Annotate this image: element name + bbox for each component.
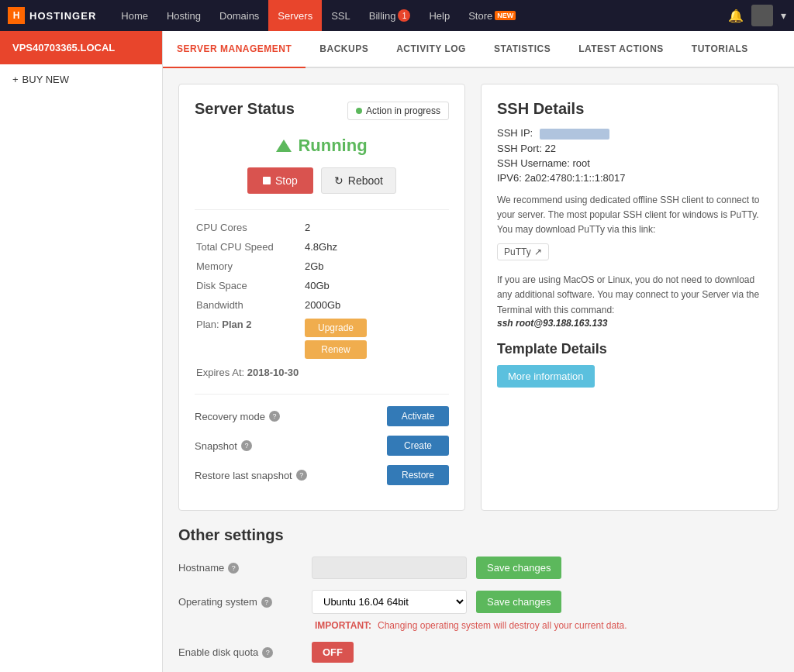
spec-label: Plan: Plan 2 (195, 315, 303, 363)
action-progress-text: Action in progress (366, 105, 440, 116)
tab-backups[interactable]: BACKUPS (306, 31, 382, 68)
snapshot-help-icon[interactable]: ? (241, 440, 252, 451)
ssh-ip-row: SSH IP: (497, 127, 762, 140)
nav-help[interactable]: Help (419, 0, 459, 31)
panel-header: Server Status Action in progress (195, 100, 449, 120)
nav-ssl[interactable]: SSL (322, 0, 360, 31)
spec-label: Bandwidth (195, 295, 303, 315)
stop-label: Stop (275, 174, 298, 187)
restore-text: Restore last snapshot (195, 470, 292, 481)
nav-items: Home Hosting Domains Servers SSL Billing… (112, 0, 728, 31)
tab-server-management[interactable]: SERVER MANAGEMENT (163, 31, 306, 68)
recovery-mode-text: Recovery mode (195, 411, 265, 422)
spec-expires: Expires At: 2018-10-30 (195, 363, 449, 382)
renew-button[interactable]: Renew (305, 340, 367, 359)
hostname-help-icon[interactable]: ? (228, 563, 239, 574)
tabs: SERVER MANAGEMENT BACKUPS ACTIVITY LOG S… (163, 31, 794, 68)
buy-new-label: BUY NEW (22, 74, 69, 85)
disk-quota-help-icon[interactable]: ? (262, 647, 273, 658)
spec-label: Memory (195, 257, 303, 276)
plan-buttons: Upgrade Renew (303, 315, 449, 363)
logo[interactable]: H HOSTINGER (8, 7, 96, 24)
restore-help-icon[interactable]: ? (296, 470, 307, 481)
nav-home[interactable]: Home (112, 0, 157, 31)
ssh-port: SSH Port: 22 (497, 143, 762, 154)
nav-right: 🔔 ▾ (728, 5, 786, 26)
nav-domains[interactable]: Domains (210, 0, 268, 31)
upgrade-button[interactable]: Upgrade (305, 319, 367, 337)
recovery-mode-row: Recovery mode ? Activate (195, 406, 449, 426)
stop-button[interactable]: Stop (247, 167, 313, 194)
other-settings: Other settings Hostname ? Save changes O… (163, 526, 794, 672)
disk-quota-text: Enable disk quota (178, 646, 258, 658)
recovery-mode-help-icon[interactable]: ? (269, 411, 280, 422)
top-nav: H HOSTINGER Home Hosting Domains Servers… (0, 0, 794, 31)
hostname-save-button[interactable]: Save changes (476, 557, 561, 579)
os-warning-bold: IMPORTANT: (315, 620, 371, 631)
reboot-button[interactable]: ↻ Reboot (321, 167, 396, 194)
activate-button[interactable]: Activate (387, 406, 449, 426)
create-button[interactable]: Create (387, 436, 449, 456)
ssh-ip-value (540, 129, 609, 140)
more-info-button[interactable]: More information (497, 365, 595, 388)
spec-label: Total CPU Speed (195, 237, 303, 257)
hostname-row: Hostname ? Save changes (178, 557, 778, 579)
main-content: SERVER MANAGEMENT BACKUPS ACTIVITY LOG S… (163, 31, 794, 672)
putty-link[interactable]: PuTTy ↗ (497, 243, 549, 260)
spec-value: 4.8Ghz (303, 237, 449, 257)
reboot-label: Reboot (348, 174, 383, 187)
spec-value: 2Gb (303, 257, 449, 276)
restore-button[interactable]: Restore (387, 465, 449, 485)
sidebar-buy-new[interactable]: + BUY NEW (0, 64, 162, 95)
bell-icon[interactable]: 🔔 (728, 9, 744, 23)
spec-value (303, 363, 449, 382)
os-help-icon[interactable]: ? (261, 597, 272, 608)
spec-plan: Plan: Plan 2 Upgrade Renew (195, 315, 449, 363)
tab-statistics[interactable]: STATISTICS (480, 31, 564, 68)
external-link-icon: ↗ (534, 246, 542, 257)
reboot-icon: ↻ (334, 174, 343, 187)
content-area: Server Status Action in progress Running… (163, 68, 794, 526)
tab-tutorials[interactable]: TUTORIALS (678, 31, 762, 68)
other-settings-title: Other settings (178, 526, 778, 544)
tab-activity-log[interactable]: ACTIVITY LOG (382, 31, 480, 68)
spec-disk: Disk Space 40Gb (195, 276, 449, 295)
ssh-panel: SSH Details SSH IP: SSH Port: 22 SSH Use… (481, 84, 778, 511)
ssh-ipv6: IPV6: 2a02:4780:1:1::1:8017 (497, 172, 762, 184)
snapshot-text: Snapshot (195, 440, 237, 452)
hostname-input[interactable] (312, 557, 467, 579)
os-save-button[interactable]: Save changes (476, 591, 561, 613)
divider-2 (195, 394, 449, 395)
nav-store[interactable]: Store NEW (459, 0, 525, 31)
os-row: Operating system ? Ubuntu 16.04 64bit Ce… (178, 590, 778, 631)
nav-billing[interactable]: Billing 1 (360, 0, 420, 31)
os-label-text: Operating system (178, 596, 257, 608)
hostname-label: Hostname ? (178, 562, 302, 574)
plus-icon: + (12, 74, 19, 85)
recovery-mode-label: Recovery mode ? (195, 411, 280, 422)
spec-bandwidth: Bandwidth 2000Gb (195, 295, 449, 315)
putty-text: PuTTy (504, 246, 531, 257)
stop-icon (263, 177, 271, 184)
user-dropdown-arrow[interactable]: ▾ (781, 9, 786, 22)
tab-latest-actions[interactable]: LATEST ACTIONS (564, 31, 678, 68)
user-avatar[interactable] (751, 5, 773, 26)
ssh-description-2: If you are using MacOS or Linux, you do … (497, 273, 762, 318)
spec-memory: Memory 2Gb (195, 257, 449, 276)
ssh-ip-label: SSH IP: (497, 127, 536, 139)
action-dot (356, 108, 362, 114)
ssh-description: We recommend using dedicated offline SSH… (497, 193, 762, 238)
nav-servers[interactable]: Servers (268, 0, 322, 31)
sidebar: VPS40703365.LOCAL + BUY NEW (0, 31, 163, 672)
spec-value: 2000Gb (303, 295, 449, 315)
os-select[interactable]: Ubuntu 16.04 64bit CentOS 7 Debian 9 Ubu… (312, 590, 467, 614)
logo-icon: H (8, 7, 25, 24)
disk-quota-toggle[interactable]: OFF (312, 642, 354, 663)
divider-1 (195, 209, 449, 210)
sidebar-server-item[interactable]: VPS40703365.LOCAL (0, 31, 162, 64)
snapshot-label: Snapshot ? (195, 440, 252, 452)
spec-label: CPU Cores (195, 218, 303, 237)
expires-value: 2018-10-30 (247, 367, 299, 378)
nav-hosting[interactable]: Hosting (157, 0, 210, 31)
os-label: Operating system ? (178, 596, 302, 608)
